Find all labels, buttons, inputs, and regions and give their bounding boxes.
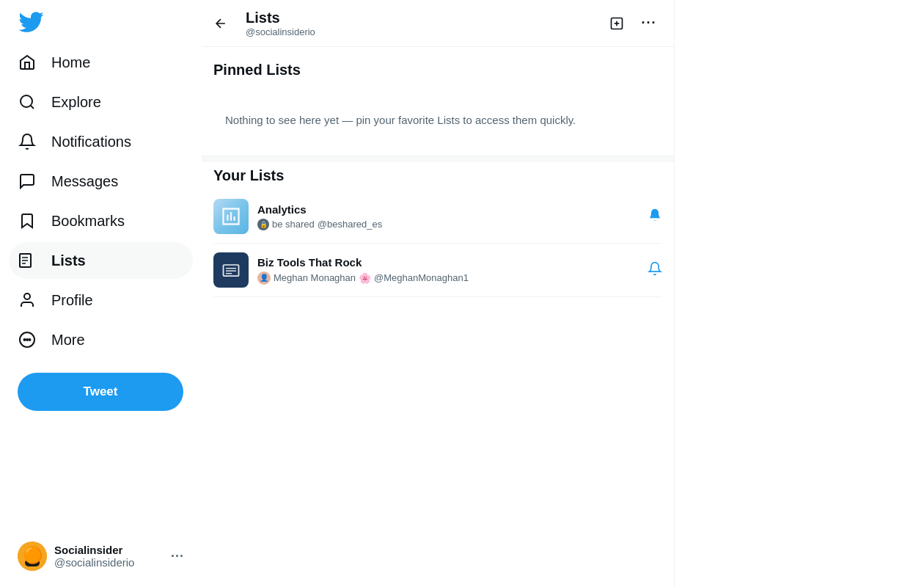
new-list-button[interactable] xyxy=(604,10,630,37)
notifications-icon xyxy=(18,132,37,151)
list-name-biz: Biz Tools That Rock xyxy=(257,255,639,270)
right-panel xyxy=(675,0,924,587)
sidebar-item-notifications[interactable]: Notifications xyxy=(9,123,193,160)
user-handle: @socialinsiderio xyxy=(54,556,171,569)
home-label: Home xyxy=(51,54,90,71)
pinned-empty-message: Nothing to see here yet — pin your favor… xyxy=(213,84,662,156)
lists-handle: @socialinsiderio xyxy=(246,26,315,37)
more-label: More xyxy=(51,332,85,349)
owner-name-analytics: be shared xyxy=(272,219,315,230)
sidebar: Home Explore Notifications xyxy=(0,0,202,587)
pinned-lists-section: Pinned Lists Nothing to see here yet — p… xyxy=(202,47,674,156)
user-profile-bottom[interactable]: 🟠 Socialinsider @socialinsiderio ··· xyxy=(9,534,193,578)
explore-icon xyxy=(18,92,37,112)
sidebar-item-more[interactable]: More xyxy=(9,321,193,358)
notifications-label: Notifications xyxy=(51,134,131,150)
svg-point-0 xyxy=(21,95,32,107)
your-lists-section: Your Lists Analytics 🔒 be shared @beshar… xyxy=(202,161,674,297)
owner-handle-analytics: @beshared_es xyxy=(318,219,382,230)
user-info: Socialinsider @socialinsiderio xyxy=(54,544,171,569)
profile-label: Profile xyxy=(51,292,93,309)
avatar: 🟠 xyxy=(18,542,47,571)
svg-point-10 xyxy=(29,339,31,340)
list-item[interactable]: Biz Tools That Rock 👤 Meghan Monaghan 🌸 … xyxy=(213,244,662,297)
list-thumbnail-biz xyxy=(213,252,249,288)
sidebar-item-messages[interactable]: Messages xyxy=(9,163,193,200)
more-icon xyxy=(18,330,37,349)
owner-emoji-biz: 🌸 xyxy=(359,272,371,284)
main-nav: Home Explore Notifications xyxy=(9,44,193,361)
sidebar-item-profile[interactable]: Profile xyxy=(9,282,193,318)
section-divider xyxy=(202,156,674,161)
profile-icon xyxy=(18,291,37,310)
svg-text:🟠: 🟠 xyxy=(23,545,43,565)
owner-lock-icon: 🔒 xyxy=(257,219,269,230)
list-bell-biz[interactable] xyxy=(648,261,662,280)
more-options-button[interactable]: ··· xyxy=(636,10,662,37)
header-left: Lists @socialinsiderio xyxy=(213,9,315,37)
header-right: ··· xyxy=(604,10,662,37)
lists-icon xyxy=(18,251,37,270)
lists-label: Lists xyxy=(51,252,86,269)
messages-icon xyxy=(18,172,37,191)
lists-header: Lists @socialinsiderio ··· xyxy=(202,0,674,47)
sidebar-item-lists[interactable]: Lists xyxy=(9,242,193,279)
back-button[interactable] xyxy=(213,16,228,31)
main-content: Lists @socialinsiderio ··· Pinned Lists … xyxy=(202,0,675,587)
bookmarks-icon xyxy=(18,211,37,230)
svg-line-1 xyxy=(31,106,34,109)
pinned-lists-title: Pinned Lists xyxy=(213,56,662,84)
bookmarks-label: Bookmarks xyxy=(51,213,125,230)
your-lists-title: Your Lists xyxy=(213,161,662,190)
user-display-name: Socialinsider xyxy=(54,544,171,556)
svg-point-9 xyxy=(26,339,28,340)
user-menu-dots[interactable]: ··· xyxy=(171,549,184,564)
list-owner-analytics: 🔒 be shared @beshared_es xyxy=(257,219,639,230)
twitter-logo[interactable] xyxy=(9,0,193,41)
list-info-analytics: Analytics 🔒 be shared @beshared_es xyxy=(257,203,639,230)
lists-title-block: Lists @socialinsiderio xyxy=(246,9,315,37)
owner-handle-biz: @MeghanMonaghan1 xyxy=(374,272,469,283)
messages-label: Messages xyxy=(51,173,118,190)
home-icon xyxy=(18,53,37,72)
svg-point-6 xyxy=(24,294,30,299)
list-thumbnail-analytics xyxy=(213,199,249,234)
list-owner-biz: 👤 Meghan Monaghan 🌸 @MeghanMonaghan1 xyxy=(257,271,639,285)
list-bell-analytics[interactable] xyxy=(648,208,662,226)
list-info-biz: Biz Tools That Rock 👤 Meghan Monaghan 🌸 … xyxy=(257,255,639,285)
explore-label: Explore xyxy=(51,94,101,111)
list-item[interactable]: Analytics 🔒 be shared @beshared_es xyxy=(213,190,662,244)
owner-name-biz: Meghan Monaghan xyxy=(274,272,356,283)
svg-point-8 xyxy=(24,339,26,340)
lists-title: Lists xyxy=(246,9,315,26)
owner-avatar-biz: 👤 xyxy=(257,271,271,285)
sidebar-item-home[interactable]: Home xyxy=(9,44,193,81)
list-name-analytics: Analytics xyxy=(257,203,639,217)
tweet-button[interactable]: Tweet xyxy=(18,373,183,411)
sidebar-item-explore[interactable]: Explore xyxy=(9,84,193,120)
sidebar-item-bookmarks[interactable]: Bookmarks xyxy=(9,203,193,239)
